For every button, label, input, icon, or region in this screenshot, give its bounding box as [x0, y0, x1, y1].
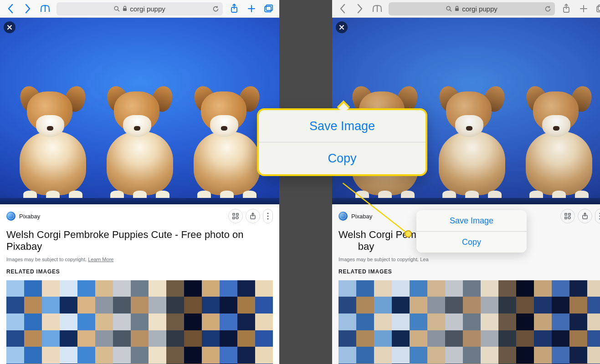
safari-pane-right: corgi puppy Pixabay Welsh — [332, 0, 600, 364]
new-tab-button[interactable] — [576, 1, 591, 16]
svg-line-1 — [118, 10, 119, 11]
image-source[interactable]: Pixabay — [338, 212, 372, 221]
lens-button[interactable] — [228, 209, 243, 223]
close-icon — [7, 25, 12, 30]
related-image-1[interactable] — [6, 280, 95, 364]
svg-rect-20 — [565, 213, 567, 215]
address-bar[interactable]: corgi puppy — [389, 2, 555, 15]
share-image-button[interactable] — [578, 209, 592, 223]
forward-button[interactable] — [352, 1, 368, 16]
search-icon — [114, 6, 120, 12]
related-heading: RELATED IMAGES — [338, 268, 600, 275]
image-source[interactable]: Pixabay — [6, 212, 40, 221]
reload-button[interactable] — [212, 5, 219, 12]
related-image-2[interactable] — [95, 280, 184, 364]
close-preview-button[interactable] — [4, 21, 15, 33]
globe-icon — [338, 212, 348, 221]
save-image-item[interactable]: Save Image — [259, 110, 426, 142]
close-icon — [339, 25, 344, 30]
source-name: Pixabay — [19, 213, 40, 220]
copyright-notice: Images may be subject to copyright. Lea — [338, 257, 600, 262]
svg-point-12 — [267, 215, 268, 217]
source-name: Pixabay — [351, 213, 372, 220]
svg-point-23 — [568, 217, 570, 219]
svg-rect-21 — [569, 213, 570, 215]
callout-anchor-dot — [405, 230, 412, 238]
bookmarks-button[interactable] — [37, 1, 53, 16]
browser-toolbar: corgi puppy — [0, 0, 279, 18]
more-options-button[interactable] — [595, 209, 600, 223]
safari-pane-left: corgi puppy Pixabay — [0, 0, 279, 364]
copyright-notice: Images may be subject to copyright. Lear… — [6, 257, 273, 262]
back-button[interactable] — [3, 1, 18, 16]
context-menu-small: Save Image Copy — [416, 210, 527, 253]
share-button[interactable] — [226, 1, 242, 16]
svg-rect-16 — [455, 8, 459, 11]
svg-rect-22 — [565, 217, 567, 219]
related-images — [6, 280, 273, 364]
back-button[interactable] — [335, 1, 350, 16]
svg-rect-2 — [123, 8, 127, 11]
svg-point-9 — [236, 217, 238, 219]
svg-rect-18 — [598, 5, 600, 10]
related-heading: RELATED IMAGES — [6, 268, 273, 275]
bookmarks-button[interactable] — [369, 1, 385, 16]
svg-rect-8 — [233, 217, 235, 219]
svg-line-15 — [450, 10, 451, 11]
globe-icon — [6, 212, 15, 221]
forward-button[interactable] — [20, 1, 36, 16]
save-image-item[interactable]: Save Image — [416, 210, 527, 231]
tabs-button[interactable] — [261, 1, 277, 16]
context-menu-callout: Save Image Copy — [257, 108, 427, 176]
related-image-2[interactable] — [427, 280, 516, 364]
svg-rect-5 — [265, 6, 271, 12]
related-images — [338, 280, 600, 364]
reload-button[interactable] — [544, 5, 551, 12]
lock-icon — [455, 6, 459, 11]
svg-rect-4 — [266, 5, 272, 10]
new-tab-button[interactable] — [244, 1, 259, 16]
copy-item[interactable]: Copy — [259, 142, 426, 174]
address-text: corgi puppy — [130, 5, 165, 13]
svg-point-14 — [446, 6, 450, 10]
svg-point-0 — [114, 6, 118, 10]
share-image-button[interactable] — [246, 209, 260, 223]
svg-rect-7 — [236, 213, 238, 215]
image-preview[interactable] — [0, 18, 279, 204]
svg-point-11 — [267, 212, 268, 214]
search-icon — [446, 6, 452, 12]
tabs-button[interactable] — [593, 1, 600, 16]
lens-button[interactable] — [560, 209, 575, 223]
more-options-button[interactable] — [263, 209, 273, 223]
related-image-1[interactable] — [338, 280, 427, 364]
svg-point-13 — [267, 218, 268, 219]
address-text: corgi puppy — [462, 5, 497, 13]
lock-icon — [123, 6, 127, 11]
learn-more-link[interactable]: Learn More — [88, 257, 113, 262]
svg-rect-6 — [233, 213, 235, 215]
close-preview-button[interactable] — [336, 21, 348, 33]
image-meta: Pixabay Welsh Corgi Pembroke Puppies Cut… — [0, 204, 279, 364]
copy-item[interactable]: Copy — [416, 232, 527, 253]
share-button[interactable] — [559, 1, 574, 16]
image-title: Welsh Corgi Pembroke Puppies Cute - Free… — [6, 229, 273, 253]
address-bar[interactable]: corgi puppy — [56, 2, 223, 15]
related-image-3[interactable] — [516, 280, 600, 364]
browser-toolbar: corgi puppy — [332, 0, 600, 18]
related-image-3[interactable] — [184, 280, 273, 364]
image-content — [0, 82, 279, 201]
